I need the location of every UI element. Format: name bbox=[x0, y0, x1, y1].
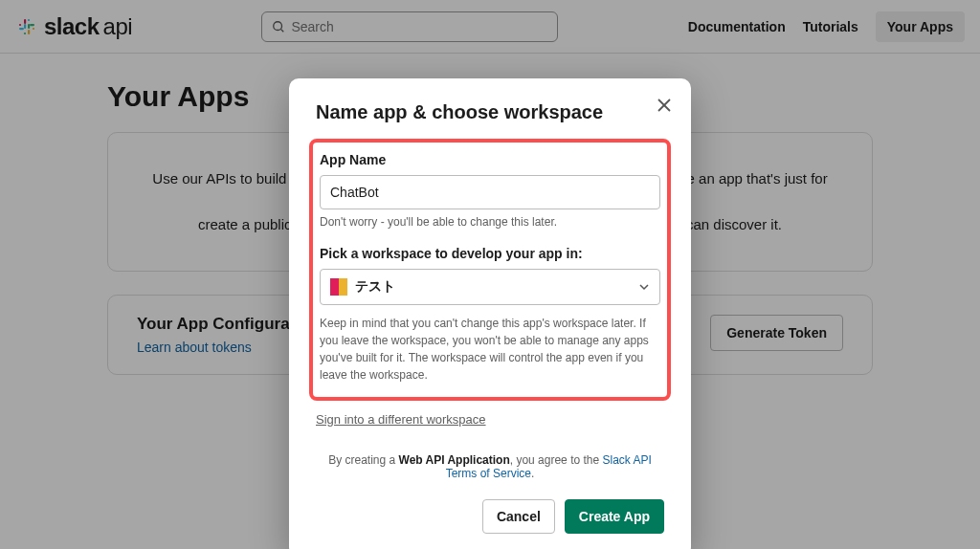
chevron-down-icon bbox=[638, 281, 650, 293]
tos-prefix: By creating a bbox=[328, 453, 398, 467]
workspace-warning: Keep in mind that you can't change this … bbox=[320, 315, 660, 384]
app-name-helper: Don't worry - you'll be able to change t… bbox=[320, 215, 660, 229]
create-app-button[interactable]: Create App bbox=[565, 499, 664, 534]
highlighted-form-section: App Name Don't worry - you'll be able to… bbox=[309, 139, 671, 401]
close-icon[interactable] bbox=[655, 96, 674, 115]
create-app-modal: Name app & choose workspace App Name Don… bbox=[289, 78, 691, 549]
cancel-button[interactable]: Cancel bbox=[482, 499, 555, 534]
workspace-label: Pick a workspace to develop your app in: bbox=[320, 246, 660, 261]
modal-actions: Cancel Create App bbox=[316, 499, 664, 534]
workspace-dropdown[interactable]: テスト bbox=[320, 269, 660, 305]
modal-overlay: Name app & choose workspace App Name Don… bbox=[0, 0, 980, 549]
app-name-label: App Name bbox=[320, 152, 660, 167]
tos-text: By creating a Web API Application, you a… bbox=[316, 453, 664, 480]
app-name-input[interactable] bbox=[320, 175, 660, 209]
tos-suffix: . bbox=[531, 467, 534, 480]
tos-bold: Web API Application bbox=[399, 453, 510, 467]
workspace-name: テスト bbox=[355, 278, 631, 296]
sign-in-different-workspace-link[interactable]: Sign into a different workspace bbox=[316, 412, 486, 427]
modal-title: Name app & choose workspace bbox=[316, 101, 664, 123]
workspace-icon bbox=[330, 278, 347, 296]
tos-mid: , you agree to the bbox=[510, 453, 603, 467]
